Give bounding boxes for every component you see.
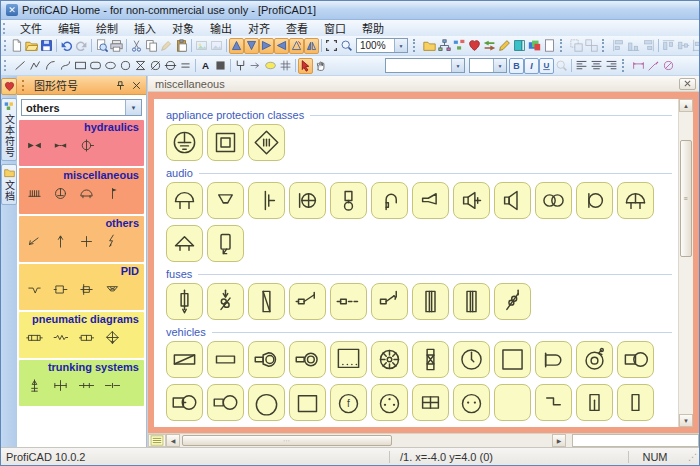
zoom-level-dropdown-arrow-icon[interactable]: ▼ (394, 39, 407, 52)
symbol-audio-tweeter[interactable] (166, 225, 203, 262)
symbol-vehicle-bullet[interactable] (535, 341, 572, 378)
symbol-vehicle-column[interactable] (412, 341, 449, 378)
symbol-vehicle-distributor[interactable] (371, 384, 408, 421)
horizontal-scroll-thumb[interactable]: ⋯ (182, 435, 392, 446)
symbol-vehicle-panel-dots[interactable] (330, 341, 367, 378)
symbol-audio-mic-stand[interactable] (330, 182, 367, 219)
zoom-level-combo[interactable]: 100%▼ (356, 38, 408, 53)
print-button[interactable] (109, 38, 124, 54)
symbol-hyd-gauge[interactable] (78, 137, 95, 154)
symbol-audio-horn[interactable] (207, 182, 244, 219)
vertical-scrollbar[interactable]: ▲ ≡ ▼ (678, 99, 693, 427)
favorites-heart-button[interactable] (467, 38, 482, 54)
polyline-button[interactable] (28, 58, 43, 74)
font-family-combo[interactable]: ▼ (385, 58, 465, 73)
horizontal-scroll-track[interactable]: ⋯ (180, 434, 552, 447)
category-others[interactable]: others (19, 216, 144, 262)
menu-edit[interactable]: 编辑 (50, 19, 88, 37)
symbol-vehicle-pillar[interactable] (617, 384, 654, 421)
panel-pin-button[interactable] (114, 79, 127, 92)
symbol-vehicle-square[interactable] (494, 341, 531, 378)
no-draw-button[interactable] (661, 58, 676, 74)
panel-grip[interactable] (22, 80, 28, 91)
symbol-protection-class-2[interactable] (207, 124, 244, 161)
symbol-audio-speaker-plus[interactable] (453, 182, 490, 219)
font-family-dropdown-arrow-icon[interactable]: ▼ (451, 59, 464, 72)
symbol-hyd-pump[interactable] (26, 137, 43, 154)
symbol-fuse-striker-coil[interactable] (207, 283, 244, 320)
bold-button[interactable]: B (509, 58, 524, 74)
symbol-vehicle-meter-2[interactable] (453, 384, 490, 421)
dropdown-arrow-icon[interactable]: ▼ (125, 100, 141, 115)
symbol-pneu-valve[interactable] (26, 329, 43, 346)
document-title-bar[interactable]: miscellaneous (148, 76, 699, 92)
junction-button[interactable] (233, 58, 248, 74)
symbol-pneu-valve2[interactable] (78, 329, 95, 346)
rectangle-button[interactable] (73, 58, 88, 74)
node-tree-button[interactable] (452, 38, 467, 54)
symbol-audio-headphones[interactable] (535, 182, 572, 219)
symbol-fuse-double[interactable] (453, 283, 490, 320)
symbol-trk-line[interactable] (78, 377, 95, 394)
toolbar-group-grip[interactable] (560, 39, 566, 52)
symbol-pid-gate[interactable] (78, 281, 95, 298)
symbol-vehicle-gauge[interactable] (576, 341, 613, 378)
symbol-misc-flag[interactable] (104, 185, 121, 202)
symbol-fuse-basic[interactable] (166, 283, 203, 320)
save-button[interactable] (39, 38, 54, 54)
symbol-misc-earth[interactable] (52, 185, 69, 202)
menu-insert[interactable]: 插入 (126, 19, 164, 37)
category-hydraulics[interactable]: hydraulics (19, 120, 144, 166)
document-close-button[interactable] (679, 78, 696, 90)
toolbar1-grip[interactable] (4, 40, 6, 51)
flip-horizontal-button[interactable] (274, 38, 289, 54)
scroll-down-button[interactable]: ▼ (679, 414, 693, 427)
symbol-audio-speaker[interactable] (494, 182, 531, 219)
paste-button[interactable] (174, 38, 189, 54)
symbol-audio-panel-arrow[interactable] (207, 225, 244, 262)
menu-window[interactable]: 窗口 (316, 19, 354, 37)
rotate-any-button[interactable] (289, 38, 304, 54)
bezier-button[interactable] (58, 58, 73, 74)
menu-view[interactable]: 查看 (278, 19, 316, 37)
circle-button[interactable] (118, 58, 133, 74)
hourglass-button[interactable] (133, 58, 148, 74)
menu-output[interactable]: 输出 (202, 19, 240, 37)
flip-vertical-button[interactable] (244, 38, 259, 54)
undo-button[interactable] (59, 38, 74, 54)
symbol-fuse-double-bold[interactable] (412, 283, 449, 320)
align-text-left-button[interactable] (574, 58, 589, 74)
symbol-vehicle-coupler-small[interactable] (289, 341, 326, 378)
open-folder-button[interactable] (24, 38, 39, 54)
scroll-left-button[interactable]: ◀ (166, 434, 180, 447)
symbol-audio-mic-side[interactable] (576, 182, 613, 219)
symbol-vehicle-drum[interactable] (248, 384, 285, 421)
symbol-audio-mic-plus[interactable] (289, 182, 326, 219)
symbol-pid-box[interactable] (52, 281, 69, 298)
panel-teal-button[interactable] (512, 38, 527, 54)
cut-button[interactable] (129, 38, 144, 54)
color-layers-button[interactable] (527, 38, 542, 54)
zoom-fit-button[interactable] (324, 38, 339, 54)
text-button[interactable]: A (198, 58, 213, 74)
toolbar-group-grip[interactable] (413, 39, 419, 52)
symbol-fuse-coil[interactable] (494, 283, 531, 320)
symbol-fuse-dash[interactable] (330, 283, 367, 320)
folder-button[interactable] (422, 38, 437, 54)
title-bar[interactable]: ✕ ProfiCAD Home - for non-commercial use… (1, 1, 699, 20)
mirror-button[interactable] (304, 38, 319, 54)
symbol-oth-plus[interactable] (78, 233, 95, 250)
toolbar2-grip[interactable] (4, 60, 10, 71)
measure-pen-button[interactable] (646, 58, 661, 74)
italic-button[interactable]: I (524, 58, 539, 74)
symbol-oth-arrow[interactable] (52, 233, 69, 250)
symbol-vehicle-rect-diagonal[interactable] (166, 341, 203, 378)
underline-button[interactable]: U (539, 58, 554, 74)
symbol-audio-earphone[interactable] (371, 182, 408, 219)
symbol-trk-line2[interactable] (104, 377, 121, 394)
symbol-misc-comb[interactable] (26, 185, 43, 202)
vertical-scroll-thumb[interactable]: ≡ (680, 140, 692, 257)
symbol-protection-class-1[interactable] (166, 124, 203, 161)
swap-arrows-button[interactable] (482, 38, 497, 54)
symbol-vehicle-rect[interactable] (207, 341, 244, 378)
